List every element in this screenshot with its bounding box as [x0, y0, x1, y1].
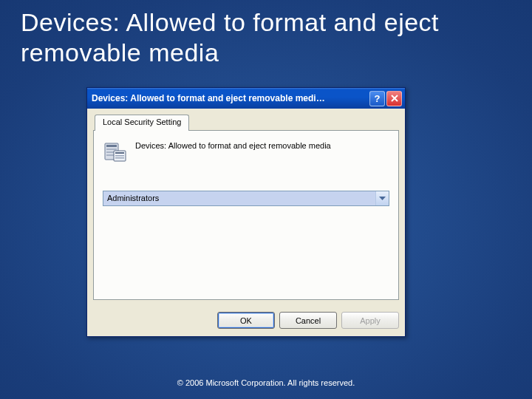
ok-button[interactable]: OK: [217, 312, 275, 329]
tab-local-security-setting[interactable]: Local Security Setting: [95, 115, 189, 131]
help-button[interactable]: ?: [369, 91, 385, 106]
help-icon: ?: [375, 93, 381, 104]
button-row: OK Cancel Apply: [87, 306, 405, 336]
cancel-button[interactable]: Cancel: [279, 312, 337, 329]
close-icon: [391, 95, 398, 102]
svg-rect-8: [115, 157, 124, 159]
allowed-users-dropdown[interactable]: Administrators: [103, 191, 389, 206]
close-button[interactable]: [386, 91, 402, 106]
dropdown-value: Administrators: [103, 191, 375, 205]
chevron-down-icon: [375, 191, 389, 205]
titlebar-text: Devices: Allowed to format and eject rem…: [92, 93, 369, 103]
apply-button[interactable]: Apply: [341, 312, 399, 329]
properties-dialog: Devices: Allowed to format and eject rem…: [86, 87, 406, 337]
svg-rect-7: [115, 155, 124, 157]
slide-title: Devices: Allowed to format and eject rem…: [0, 0, 532, 68]
policy-row: Devices: Allowed to format and eject rem…: [103, 140, 389, 165]
svg-rect-1: [106, 145, 117, 147]
titlebar[interactable]: Devices: Allowed to format and eject rem…: [87, 88, 405, 109]
dialog-body: Local Security Setting: [87, 109, 405, 306]
policy-icon: [103, 140, 128, 165]
svg-rect-2: [106, 149, 117, 150]
copyright: © 2006 Microsoft Corporation. All rights…: [0, 378, 532, 387]
svg-rect-6: [115, 152, 124, 154]
titlebar-buttons: ?: [369, 91, 402, 106]
tabstrip: Local Security Setting: [93, 115, 399, 131]
policy-label: Devices: Allowed to format and eject rem…: [135, 140, 331, 150]
tab-panel: Devices: Allowed to format and eject rem…: [93, 130, 399, 300]
